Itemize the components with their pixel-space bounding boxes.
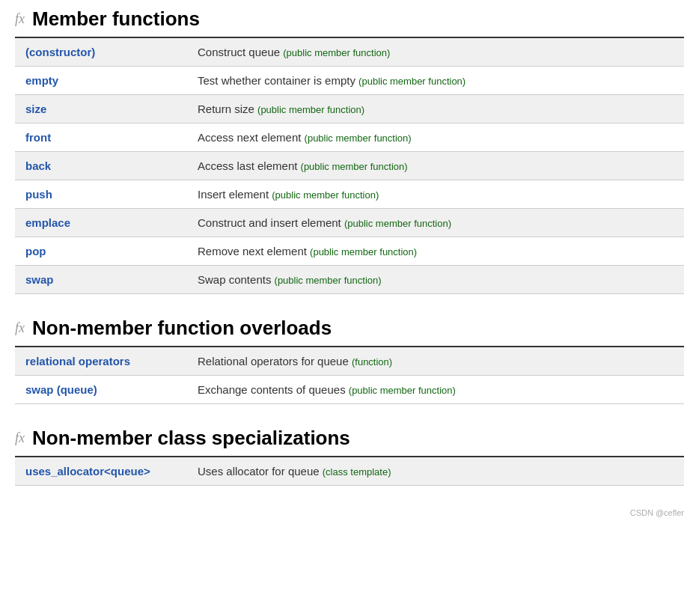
description-cell: Return size (public member function) <box>187 95 684 123</box>
table-row: backAccess last element (public member f… <box>15 152 684 180</box>
description-cell: Test whether container is empty (public … <box>187 67 684 95</box>
section-title: Non-member class specializations <box>32 427 350 450</box>
function-link[interactable]: swap <box>25 273 54 286</box>
description-cell: Relational operators for queue (function… <box>187 347 684 376</box>
function-tag: (public member function) <box>283 47 390 58</box>
function-tag: (public member function) <box>358 76 466 87</box>
section-non-member-class-specializations: fxNon-member class specializationsuses_a… <box>15 427 684 486</box>
function-tag: (public member function) <box>344 218 451 229</box>
table-row: emplaceConstruct and insert element (pub… <box>15 209 684 237</box>
function-link[interactable]: uses_allocator<queue> <box>25 465 150 478</box>
table-non-member-function-overloads: relational operatorsRelational operators… <box>15 347 684 404</box>
table-row: swap (queue)Exchange contents of queues … <box>15 376 684 404</box>
table-row: relational operatorsRelational operators… <box>15 347 684 376</box>
table-row: sizeReturn size (public member function) <box>15 95 684 123</box>
function-link[interactable]: back <box>25 159 51 172</box>
description-cell: Construct and insert element (public mem… <box>187 209 684 237</box>
function-cell: size <box>15 95 187 123</box>
table-row: frontAccess next element (public member … <box>15 123 684 152</box>
description-cell: Swap contents (public member function) <box>187 266 684 294</box>
function-cell: front <box>15 123 187 152</box>
watermark: CSDN @cefler <box>15 508 684 517</box>
function-tag: (public member function) <box>310 246 417 257</box>
function-link[interactable]: front <box>25 131 51 144</box>
table-row: pushInsert element (public member functi… <box>15 180 684 209</box>
function-tag: (public member function) <box>349 385 456 396</box>
section-header: fxNon-member function overloads <box>15 317 684 340</box>
table-row: (constructor)Construct queue (public mem… <box>15 38 684 67</box>
function-link[interactable]: push <box>25 188 52 201</box>
description-cell: Construct queue (public member function) <box>187 38 684 67</box>
function-tag: (class template) <box>323 466 391 478</box>
function-link[interactable]: (constructor) <box>25 46 95 58</box>
description-cell: Insert element (public member function) <box>187 180 684 209</box>
description-cell: Remove next element (public member funct… <box>187 237 684 266</box>
function-tag: (public member function) <box>301 161 408 172</box>
function-cell: emplace <box>15 209 187 237</box>
description-cell: Access last element (public member funct… <box>187 152 684 180</box>
function-link[interactable]: empty <box>25 74 58 87</box>
function-cell: back <box>15 152 187 180</box>
function-cell: swap (queue) <box>15 376 187 404</box>
function-tag: (public member function) <box>257 104 364 115</box>
function-tag: (function) <box>352 356 392 368</box>
section-member-functions: fxMember functions(constructor)Construct… <box>15 7 684 294</box>
description-cell: Uses allocator for queue (class template… <box>187 457 684 486</box>
function-link[interactable]: size <box>25 103 46 115</box>
table-row: popRemove next element (public member fu… <box>15 237 684 266</box>
function-cell: (constructor) <box>15 38 187 67</box>
function-cell: push <box>15 180 187 209</box>
fx-icon: fx <box>15 320 25 336</box>
section-header: fxNon-member class specializations <box>15 427 684 450</box>
function-link[interactable]: emplace <box>25 216 70 229</box>
description-cell: Access next element (public member funct… <box>187 123 684 152</box>
page-content: fxMember functions(constructor)Construct… <box>15 7 684 517</box>
function-link[interactable]: swap (queue) <box>25 383 97 396</box>
section-non-member-function-overloads: fxNon-member function overloadsrelationa… <box>15 317 684 404</box>
section-title: Member functions <box>32 7 200 31</box>
function-cell: relational operators <box>15 347 187 376</box>
function-tag: (public member function) <box>272 189 379 201</box>
section-title: Non-member function overloads <box>32 317 332 340</box>
function-cell: uses_allocator<queue> <box>15 457 187 486</box>
fx-icon: fx <box>15 11 25 27</box>
function-cell: empty <box>15 67 187 95</box>
table-row: swapSwap contents (public member functio… <box>15 266 684 294</box>
fx-icon: fx <box>15 430 25 446</box>
function-tag: (public member function) <box>305 132 412 144</box>
function-link[interactable]: pop <box>25 245 46 257</box>
section-header: fxMember functions <box>15 7 684 31</box>
table-member-functions: (constructor)Construct queue (public mem… <box>15 38 684 294</box>
function-cell: pop <box>15 237 187 266</box>
function-tag: (public member function) <box>275 275 382 286</box>
description-cell: Exchange contents of queues (public memb… <box>187 376 684 404</box>
function-cell: swap <box>15 266 187 294</box>
table-non-member-class-specializations: uses_allocator<queue>Uses allocator for … <box>15 457 684 486</box>
table-row: uses_allocator<queue>Uses allocator for … <box>15 457 684 486</box>
table-row: emptyTest whether container is empty (pu… <box>15 67 684 95</box>
function-link[interactable]: relational operators <box>25 355 130 368</box>
